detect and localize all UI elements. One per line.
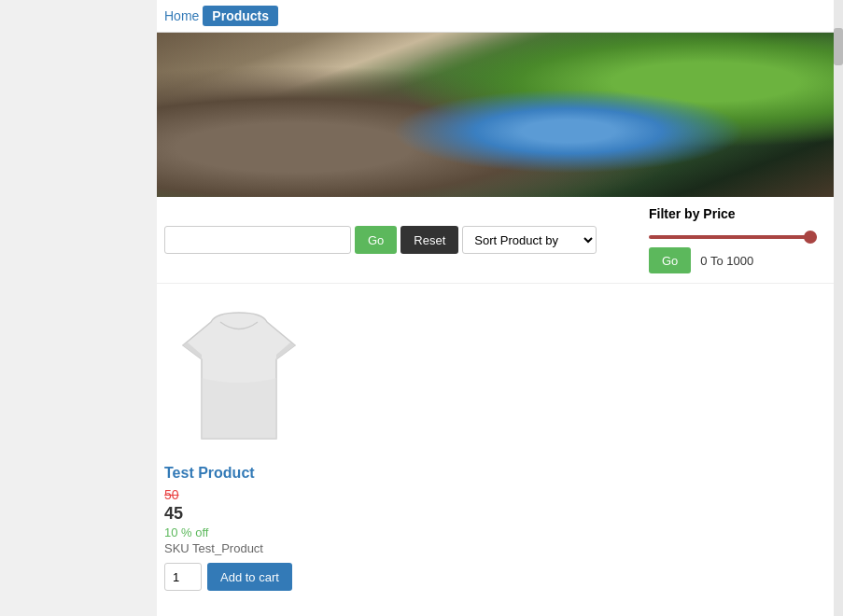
search-input[interactable] [164,226,351,254]
price-range-slider[interactable] [649,235,817,239]
controls-bar: Go Reset Sort Product by Price: Low to H… [157,197,843,284]
reset-button[interactable]: Reset [400,226,458,254]
filter-section: Filter by Price Go 0 To 1000 [649,206,836,273]
scrollbar-thumb[interactable] [834,28,843,65]
sku-text: SKU Test_Product [164,541,332,555]
scrollbar-track[interactable] [834,0,843,616]
product-image-wrapper[interactable] [164,299,314,457]
breadcrumb: Home Products [157,0,843,33]
price-slider-container [649,227,817,242]
filter-go-button[interactable]: Go [649,247,691,273]
product-name-link[interactable]: Test Product [164,465,332,482]
quantity-input[interactable] [164,563,202,591]
sort-select[interactable]: Sort Product by Price: Low to High Price… [462,226,597,254]
discount-badge: 10 % off [164,525,332,539]
hero-image-inner [157,33,843,197]
breadcrumb-home-link[interactable]: Home [164,8,199,23]
filter-label: Filter by Price [649,206,736,221]
price-original: 50 [164,487,332,502]
breadcrumb-current: Products [203,6,278,26]
price-range-text: 0 To 1000 [700,254,753,268]
sidebar [0,0,157,616]
add-to-cart-button[interactable]: Add to cart [207,563,292,591]
price-range-row: Go 0 To 1000 [649,247,753,273]
price-current: 45 [164,504,332,524]
search-go-button[interactable]: Go [355,226,397,254]
product-image [169,303,309,453]
product-card: Test Product 50 45 10 % off SKU Test_Pro… [164,299,332,591]
add-to-cart-row: Add to cart [164,563,332,591]
main-content: Home Products Go Reset Sort Product by P… [157,0,843,616]
product-grid: Test Product 50 45 10 % off SKU Test_Pro… [157,284,843,606]
hero-image [157,33,843,197]
